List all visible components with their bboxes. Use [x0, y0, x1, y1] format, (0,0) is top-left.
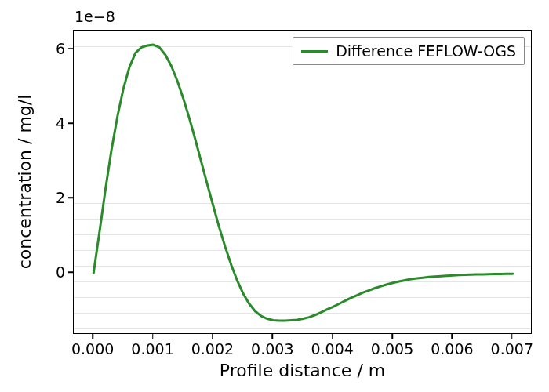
y-axis-offset-text: 1e−8	[75, 8, 115, 25]
x-tick-label: 0.001	[131, 340, 173, 358]
figure: Difference FEFLOW-OGS 1e−8 Profile dista…	[0, 0, 549, 392]
y-tick-mark	[68, 272, 73, 274]
y-tick-label: 2	[56, 189, 65, 206]
x-tick-mark	[452, 334, 453, 339]
x-tick-mark	[212, 334, 213, 339]
x-tick-label: 0.005	[371, 340, 413, 358]
plot-area	[74, 31, 533, 335]
x-tick-mark	[511, 334, 513, 339]
y-tick-label: 0	[56, 263, 65, 281]
legend-entry-label: Difference FEFLOW-OGS	[336, 42, 516, 60]
series-line-difference-feflow-ogs	[93, 45, 513, 321]
axes-frame: Difference FEFLOW-OGS	[73, 30, 532, 334]
x-axis-label: Profile distance / m	[220, 361, 385, 380]
y-tick-mark	[68, 197, 73, 198]
y-tick-label: 4	[56, 114, 65, 132]
legend: Difference FEFLOW-OGS	[293, 37, 525, 65]
x-tick-mark	[272, 334, 274, 339]
x-tick-label: 0.006	[431, 340, 473, 358]
y-tick-mark	[68, 122, 73, 124]
x-tick-mark	[332, 334, 333, 339]
y-axis-label: concentration / mg/l	[15, 95, 35, 270]
x-tick-label: 0.002	[191, 340, 234, 358]
y-tick-label: 6	[56, 40, 65, 57]
x-tick-label: 0.003	[251, 340, 293, 358]
legend-swatch-icon	[301, 50, 328, 53]
x-tick-mark	[391, 334, 393, 339]
x-tick-mark	[92, 334, 93, 339]
x-tick-label: 0.000	[71, 340, 114, 358]
x-tick-label: 0.004	[311, 340, 353, 358]
y-tick-mark	[68, 48, 73, 49]
x-tick-label: 0.007	[491, 340, 533, 358]
x-tick-mark	[152, 334, 154, 339]
